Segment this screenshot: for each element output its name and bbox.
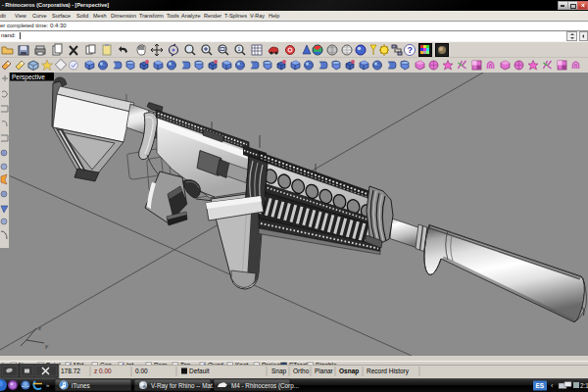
svg-text:178.72: 178.72 bbox=[61, 368, 80, 374]
svg-text:iTunes: iTunes bbox=[72, 382, 90, 389]
svg-text:V-Ray for Rhino -- Mat...: V-Ray for Rhino -- Mat... bbox=[151, 382, 218, 390]
svg-text:M4 - Rhinoceros (Corp...: M4 - Rhinoceros (Corp... bbox=[231, 382, 299, 390]
svg-text:Snap: Snap bbox=[271, 368, 287, 375]
svg-text:?: ? bbox=[408, 45, 414, 55]
svg-text:Osnap: Osnap bbox=[339, 368, 359, 375]
svg-text:0.00: 0.00 bbox=[135, 368, 148, 374]
svg-text:Perspective: Perspective bbox=[12, 74, 45, 81]
svg-text:2:1: 2:1 bbox=[580, 382, 588, 389]
svg-text:z 0.00: z 0.00 bbox=[94, 368, 112, 374]
svg-text:Planar: Planar bbox=[315, 368, 334, 374]
svg-text:Record History: Record History bbox=[367, 368, 410, 375]
svg-text:1: 1 bbox=[238, 46, 241, 52]
svg-text:ES: ES bbox=[536, 382, 545, 389]
svg-text:Ortho: Ortho bbox=[293, 368, 310, 374]
svg-text:Default: Default bbox=[189, 368, 210, 374]
